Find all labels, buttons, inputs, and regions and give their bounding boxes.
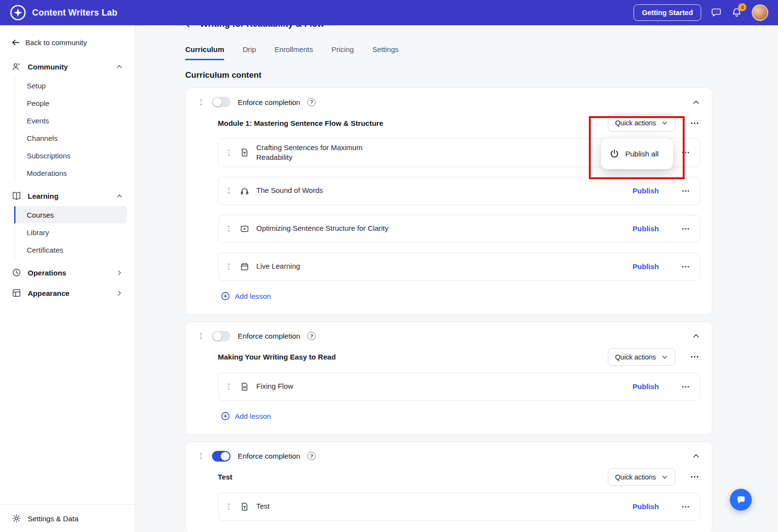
lesson-more-button[interactable] xyxy=(680,147,691,158)
top-bar: Content Writers Lab Getting Started 4 xyxy=(0,0,778,25)
chevron-down-icon xyxy=(661,474,668,481)
tab-drip[interactable]: Drip xyxy=(243,45,256,60)
drag-handle-icon[interactable] xyxy=(225,263,232,270)
publish-link[interactable]: Publish xyxy=(633,502,659,511)
tab-enrollments[interactable]: Enrollments xyxy=(275,45,313,60)
sidebar-item-operations[interactable]: Operations xyxy=(8,262,127,283)
module-title: Test xyxy=(218,473,232,481)
module-more-button[interactable] xyxy=(689,351,700,362)
course-tabs: Curriculum Drip Enrollments Pricing Sett… xyxy=(185,45,712,60)
enforce-completion-toggle[interactable] xyxy=(212,97,230,107)
module-title: Module 1: Mastering Sentence Flow & Stru… xyxy=(218,119,383,127)
publish-link[interactable]: Publish xyxy=(633,382,659,391)
lesson-more-button[interactable] xyxy=(680,381,691,392)
sidebar-item-library[interactable]: Library xyxy=(15,223,127,241)
sidebar-item-people[interactable]: People xyxy=(15,94,127,112)
collapse-module-button[interactable] xyxy=(692,332,700,340)
publish-all-menu-item[interactable]: Publish all xyxy=(625,150,658,158)
lesson-title: Fixing Flow xyxy=(256,381,293,391)
chevron-right-icon xyxy=(116,290,123,297)
chat-launcher-button[interactable] xyxy=(730,489,752,511)
lesson-title: The Sound of Words xyxy=(256,186,323,195)
lesson-row: Test Publish xyxy=(218,493,700,521)
collapse-module-button[interactable] xyxy=(692,98,700,106)
quick-actions-button[interactable]: Quick actions xyxy=(608,468,675,486)
add-lesson-button[interactable]: Add lesson xyxy=(221,292,271,301)
quick-actions-button[interactable]: Quick actions xyxy=(608,348,675,366)
back-to-community-link[interactable]: Back to community xyxy=(0,25,135,53)
drag-handle-icon[interactable] xyxy=(225,383,232,390)
plus-circle-icon xyxy=(221,292,230,301)
tab-pricing[interactable]: Pricing xyxy=(332,45,354,60)
chat-bubble-icon xyxy=(711,7,722,18)
module-more-button[interactable] xyxy=(689,118,700,129)
operations-icon xyxy=(12,268,21,277)
page-title-clipped: Writing for Readability & Flow xyxy=(185,25,712,31)
sidebar-item-community[interactable]: Community xyxy=(8,56,127,77)
collapse-module-button[interactable] xyxy=(692,452,700,460)
drag-handle-icon[interactable] xyxy=(225,503,232,510)
module-more-button[interactable] xyxy=(689,471,700,482)
quick-actions-button[interactable]: Quick actions xyxy=(608,114,675,132)
sidebar-item-learning[interactable]: Learning xyxy=(8,186,127,206)
sidebar: Back to community Community Setup People… xyxy=(0,25,135,532)
notifications-button[interactable]: 4 xyxy=(731,7,742,18)
drag-handle-icon[interactable] xyxy=(225,225,232,232)
lesson-row: Live Learning Publish xyxy=(218,253,700,281)
publish-link[interactable]: Publish xyxy=(633,187,659,195)
enforce-completion-label: Enforce completion xyxy=(238,98,300,106)
sidebar-item-events[interactable]: Events xyxy=(15,112,127,129)
document-icon xyxy=(240,382,249,391)
sidebar-item-channels[interactable]: Channels xyxy=(15,129,127,147)
community-icon xyxy=(12,62,21,71)
add-lesson-button[interactable]: Add lesson xyxy=(221,412,271,421)
drag-handle-icon[interactable] xyxy=(197,452,205,460)
messages-button[interactable] xyxy=(711,7,722,18)
help-icon[interactable] xyxy=(307,452,316,460)
module-card-2: Enforce completion Making Your Writing E… xyxy=(185,322,712,435)
lesson-more-button[interactable] xyxy=(680,223,691,234)
sidebar-item-courses[interactable]: Courses xyxy=(15,206,127,223)
arrow-left-icon xyxy=(185,25,194,29)
enforce-completion-label: Enforce completion xyxy=(238,332,300,340)
getting-started-button[interactable]: Getting Started xyxy=(634,4,701,21)
lesson-title: Optimizing Sentence Structure for Clarit… xyxy=(256,223,389,233)
lesson-more-button[interactable] xyxy=(680,186,691,196)
sidebar-item-setup[interactable]: Setup xyxy=(15,77,127,94)
settings-and-data-link[interactable]: Settings & Data xyxy=(0,504,135,532)
lesson-row: The Sound of Words Publish xyxy=(218,177,700,205)
sidebar-item-subscriptions[interactable]: Subscriptions xyxy=(15,147,127,164)
lesson-more-button[interactable] xyxy=(680,501,691,512)
lesson-title: Test xyxy=(256,501,270,511)
main-content: Writing for Readability & Flow Curriculu… xyxy=(135,25,778,532)
user-avatar[interactable] xyxy=(752,4,768,21)
drag-handle-icon[interactable] xyxy=(197,332,205,340)
sidebar-nav: Community Setup People Events Channels S… xyxy=(0,53,135,504)
tab-curriculum[interactable]: Curriculum xyxy=(185,45,224,60)
chevron-down-icon xyxy=(661,120,668,126)
enforce-completion-toggle[interactable] xyxy=(212,331,230,342)
module-card-3: Enforce completion Test Quick actions xyxy=(185,442,712,532)
brand-logo-icon xyxy=(10,4,26,21)
tab-settings[interactable]: Settings xyxy=(372,45,399,60)
brand-name: Content Writers Lab xyxy=(32,8,117,18)
chevron-up-icon xyxy=(116,192,123,200)
drag-handle-icon[interactable] xyxy=(225,187,232,194)
drag-handle-icon[interactable] xyxy=(225,149,232,156)
plus-circle-icon xyxy=(221,412,230,421)
drag-handle-icon[interactable] xyxy=(197,99,205,106)
lesson-row: Optimizing Sentence Structure for Clarit… xyxy=(218,215,700,243)
sidebar-item-certificates[interactable]: Certificates xyxy=(15,241,127,258)
publish-link[interactable]: Publish xyxy=(633,262,659,271)
video-icon xyxy=(240,224,249,233)
help-icon[interactable] xyxy=(307,332,316,340)
help-icon[interactable] xyxy=(307,98,316,106)
lesson-more-button[interactable] xyxy=(680,261,691,272)
publish-link[interactable]: Publish xyxy=(633,224,659,233)
lesson-title: Crafting Sentences for Maximum Readabili… xyxy=(256,143,379,163)
enforce-completion-toggle[interactable] xyxy=(212,451,230,462)
learning-subnav: Courses Library Certificates xyxy=(15,206,127,258)
audio-icon xyxy=(240,187,249,195)
sidebar-item-appearance[interactable]: Appearance xyxy=(8,283,127,303)
sidebar-item-moderations[interactable]: Moderations xyxy=(15,164,127,182)
